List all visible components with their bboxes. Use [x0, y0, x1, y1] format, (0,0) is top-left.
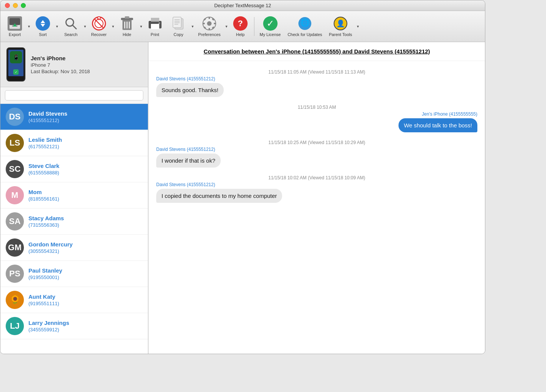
contact-avatar: LJ	[6, 317, 24, 335]
svg-marker-6	[41, 24, 45, 27]
toolbar: Export ▼ Sort ▼ Search ▼	[0, 11, 485, 42]
search-button[interactable]: Search	[60, 14, 82, 38]
minimize-button[interactable]	[13, 3, 18, 8]
parent-tools-arrow[interactable]: ▼	[356, 25, 359, 28]
device-info: 📱 ✓ Jen's iPhone iPhone 7 Last Backup: N…	[0, 42, 148, 87]
sort-label: Sort	[39, 32, 47, 37]
search-arrow[interactable]: ▼	[83, 25, 87, 28]
contact-phone: (9195551111)	[28, 301, 59, 306]
preferences-arrow[interactable]: ▼	[225, 25, 228, 28]
sort-button[interactable]: Sort	[31, 14, 54, 38]
check-updates-label: Check for Updates	[287, 32, 322, 37]
svg-rect-34	[202, 23, 205, 24]
svg-rect-21	[151, 24, 159, 29]
export-label: Export	[9, 32, 21, 37]
message-bubble: We should talk to the boss!	[399, 118, 477, 132]
svg-rect-39	[212, 26, 215, 29]
preferences-icon	[202, 16, 217, 31]
message-row: I copied the documents to my home comput…	[156, 189, 477, 206]
window-controls[interactable]	[5, 3, 26, 8]
contact-item[interactable]: SC Steve Clark (6155558888)	[0, 156, 148, 182]
contact-avatar: 🌻	[6, 291, 24, 309]
contact-item[interactable]: PS Paul Stanley (9195550001)	[0, 261, 148, 287]
device-name: Jen's iPhone	[31, 55, 142, 61]
parent-tools-label: Parent Tools	[329, 32, 352, 37]
message-bubble: I copied the documents to my home comput…	[156, 189, 282, 203]
svg-text:👤: 👤	[336, 19, 345, 28]
print-icon	[147, 16, 163, 31]
contact-search-input[interactable]	[5, 90, 143, 100]
contact-item[interactable]: DS David Stevens (4155551212)	[0, 104, 148, 130]
preferences-label: Preferences	[198, 32, 221, 37]
hide-arrow[interactable]: ▼	[140, 25, 143, 28]
preferences-button[interactable]: Preferences	[195, 14, 224, 38]
contact-name: David Stevens	[28, 110, 67, 117]
hide-icon	[119, 16, 135, 31]
contact-avatar: PS	[6, 265, 24, 283]
contact-phone: (9195550001)	[28, 274, 62, 280]
parent-tools-button[interactable]: 👤 Parent Tools	[326, 14, 355, 38]
contact-avatar: SA	[6, 212, 24, 230]
svg-rect-25	[173, 17, 181, 28]
chat-header-title: Conversation between Jen's iPhone (14155…	[156, 48, 477, 55]
message-bubble: Sounds good. Thanks!	[156, 83, 224, 97]
my-license-button[interactable]: ✓ My License	[257, 14, 284, 38]
svg-text:⊕: ⊕	[98, 18, 100, 20]
contact-name: Stacy Adams	[28, 215, 64, 221]
contact-phone: (3455559912)	[28, 327, 69, 332]
print-button[interactable]: Print	[144, 14, 166, 38]
message-sender: Jen's iPhone (4155555555)	[156, 111, 477, 117]
my-license-icon: ✓	[263, 16, 278, 31]
svg-rect-37	[212, 18, 215, 20]
export-button[interactable]: Export	[3, 14, 26, 38]
recover-icon: ⊕	[91, 16, 107, 31]
contact-phone: (6155558888)	[28, 170, 60, 176]
export-arrow[interactable]: ▼	[27, 25, 31, 28]
chat-header: Conversation between Jen's iPhone (14155…	[149, 42, 485, 61]
check-updates-button[interactable]: 🌐 Check for Updates	[284, 14, 325, 38]
svg-rect-33	[209, 28, 210, 30]
sort-arrow[interactable]: ▼	[55, 25, 59, 28]
maximize-button[interactable]	[21, 3, 26, 8]
message-row: We should talk to the boss!	[156, 118, 477, 135]
titlebar: Decipher TextMessage 12	[0, 0, 485, 11]
chat-panel: Conversation between Jen's iPhone (14155…	[148, 42, 485, 354]
copy-icon	[171, 16, 186, 31]
contact-list: DS David Stevens (4155551212) LS Leslie …	[0, 104, 148, 354]
message-bubble: I wonder if that is ok?	[156, 154, 221, 168]
recover-button[interactable]: ⊕ Recover	[88, 14, 110, 38]
message-row: I wonder if that is ok?	[156, 154, 477, 171]
contact-item[interactable]: LS Leslie Smith (6175552121)	[0, 130, 148, 156]
contact-name: Mom	[28, 189, 59, 195]
copy-arrow[interactable]: ▼	[191, 25, 195, 28]
recover-arrow[interactable]: ▼	[111, 25, 115, 28]
contact-phone: (6175552121)	[28, 144, 62, 149]
hide-button[interactable]: Hide	[116, 14, 138, 38]
message-timestamp: 11/15/18 10:25 AM (Viewed 11/15/18 10:29…	[156, 140, 477, 145]
sidebar: 📱 ✓ Jen's iPhone iPhone 7 Last Backup: N…	[0, 42, 148, 354]
contact-item[interactable]: LJ Larry Jennings (3455559912)	[0, 313, 148, 339]
contact-phone: (7315556363)	[28, 222, 64, 228]
close-button[interactable]	[5, 3, 10, 8]
export-icon	[7, 16, 22, 31]
svg-rect-22	[151, 18, 159, 22]
contact-avatar: DS	[6, 108, 24, 126]
contact-name: Aunt Katy	[28, 293, 59, 300]
contact-item[interactable]: M Mom (8185556161)	[0, 182, 148, 209]
iphone-screen: 📱 ✓	[8, 50, 24, 76]
message-timestamp: 11/15/18 11:05 AM (Viewed 11/15/18 11:13…	[156, 69, 477, 75]
svg-point-23	[158, 22, 160, 24]
svg-rect-35	[214, 23, 216, 24]
message-timestamp: 11/15/18 10:02 AM (Viewed 11/15/18 10:09…	[156, 175, 477, 180]
help-button[interactable]: ? Help	[229, 14, 252, 38]
contact-item[interactable]: GM Gordon Mercury (3055554321)	[0, 235, 148, 261]
contact-item[interactable]: 🌻 Aunt Katy (9195551111)	[0, 287, 148, 313]
message-sender: David Stevens (4155551212)	[156, 76, 477, 82]
copy-button[interactable]: Copy	[167, 14, 190, 38]
recover-label: Recover	[91, 32, 107, 37]
device-model: iPhone 7	[31, 62, 142, 68]
contact-phone: (8185556161)	[28, 196, 59, 202]
screen-checkmark: ✓	[13, 69, 19, 75]
help-label: Help	[236, 32, 245, 37]
contact-item[interactable]: SA Stacy Adams (7315556363)	[0, 209, 148, 235]
